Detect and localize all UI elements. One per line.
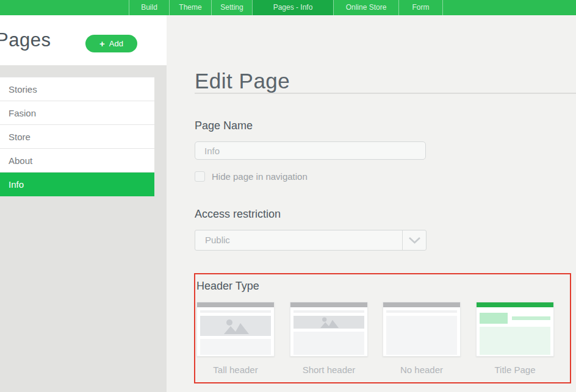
select-arrow-area[interactable]	[402, 230, 426, 250]
header-option-label: Short header	[290, 365, 368, 375]
tab-setting[interactable]: Setting	[211, 0, 252, 15]
header-option-none[interactable]: No header	[383, 302, 461, 375]
add-button-label: Add	[109, 39, 123, 48]
add-page-button[interactable]: + Add	[85, 35, 137, 52]
header-option-tall[interactable]: Tall header	[196, 302, 275, 375]
access-restriction-select[interactable]: Public	[195, 230, 427, 251]
tab-build[interactable]: Build	[129, 0, 169, 15]
edit-page-panel: Edit Page Page Name Hide page in navigat…	[167, 15, 576, 392]
page-title: Edit Page	[195, 69, 290, 93]
access-restriction-label: Access restriction	[195, 208, 281, 221]
page-list: Stories Fasion Store About Info	[0, 77, 154, 196]
header-option-label: No header	[383, 365, 461, 375]
pages-sidebar: Pages + Add Stories Fasion Store About I…	[0, 15, 167, 392]
sidebar-item-about[interactable]: About	[0, 149, 154, 173]
header-option-label: Title Page	[476, 365, 554, 375]
hide-page-row: Hide page in navigation	[195, 171, 308, 182]
page-name-input[interactable]	[195, 141, 426, 160]
sidebar-title: Pages	[0, 29, 51, 51]
hide-page-label: Hide page in navigation	[212, 171, 308, 182]
sidebar-header: Pages + Add	[0, 15, 167, 65]
header-option-title-page[interactable]: Title Page	[476, 302, 554, 375]
title-page-thumbnail	[476, 302, 554, 357]
nav-tabs: Build Theme Setting Pages - Info Online …	[129, 0, 443, 15]
tab-online-store[interactable]: Online Store	[333, 0, 398, 15]
plus-icon: +	[99, 39, 105, 48]
top-navigation: Build Theme Setting Pages - Info Online …	[0, 0, 576, 15]
header-option-short[interactable]: Short header	[290, 302, 368, 375]
sidebar-item-stories[interactable]: Stories	[0, 77, 154, 101]
sidebar-item-store[interactable]: Store	[0, 125, 154, 149]
sidebar-item-info[interactable]: Info	[0, 173, 154, 196]
page-name-label: Page Name	[195, 119, 253, 132]
mountain-icon	[221, 318, 250, 334]
tab-theme[interactable]: Theme	[169, 0, 211, 15]
header-type-section: Header Type Tall header	[194, 273, 571, 383]
header-type-label: Header Type	[196, 280, 259, 293]
title-divider	[195, 93, 576, 94]
short-header-thumbnail	[290, 302, 368, 357]
hide-page-checkbox[interactable]	[195, 171, 205, 182]
chevron-down-icon	[408, 237, 421, 244]
tab-form[interactable]: Form	[398, 0, 443, 15]
header-option-label: Tall header	[196, 365, 275, 375]
sidebar-item-fasion[interactable]: Fasion	[0, 101, 154, 125]
access-selected-value: Public	[195, 230, 402, 250]
mountain-icon	[317, 316, 340, 328]
tall-header-thumbnail	[196, 302, 275, 357]
tab-pages-info[interactable]: Pages - Info	[252, 0, 333, 15]
no-header-thumbnail	[383, 302, 461, 357]
